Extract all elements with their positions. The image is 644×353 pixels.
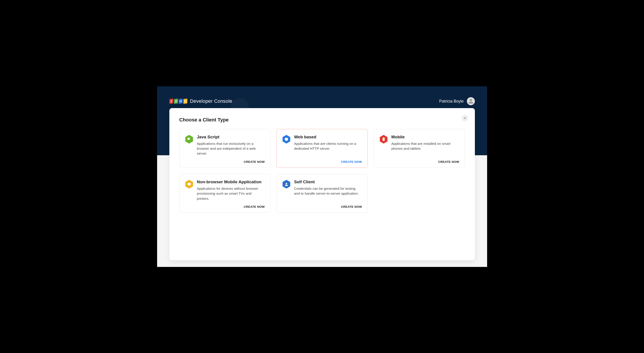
user-area[interactable]: Patricia Boyle <box>439 97 475 105</box>
logo-letter-h: H <box>179 98 183 104</box>
card-title: Mobile <box>392 135 459 139</box>
client-type-panel: Choose a Client Type Java Script Applica… <box>169 108 475 260</box>
client-type-card-javascript[interactable]: Java Script Applications that run exclus… <box>179 129 270 168</box>
person-icon <box>468 98 474 104</box>
card-description: Applications that are clients running on… <box>294 141 362 151</box>
card-title: Java Script <box>197 135 265 139</box>
card-head: Java Script Applications that run exclus… <box>185 135 265 156</box>
card-description: Applications that are installed on smart… <box>392 141 459 151</box>
card-title: Self Client <box>294 180 362 184</box>
logo-letter-o2: O <box>183 98 187 104</box>
card-head: Web based Applications that are clients … <box>282 135 362 151</box>
globe-icon <box>282 135 290 144</box>
user-name: Patricia Boyle <box>439 99 464 104</box>
create-now-button[interactable]: CREATE NOW <box>438 156 459 163</box>
logo-letter-z: Z <box>169 98 173 104</box>
svg-point-5 <box>384 140 384 140</box>
card-description: Applications for devices without browser… <box>197 186 265 201</box>
create-now-button[interactable]: CREATE NOW <box>341 201 362 208</box>
brand: Z O H O Developer Console <box>169 98 232 104</box>
logo: Z O H O <box>169 99 187 104</box>
card-description: Applications that run exclusively on a b… <box>197 141 265 156</box>
logo-letter-o1: O <box>174 98 178 104</box>
client-type-card-mobile[interactable]: Mobile Applications that are installed o… <box>374 129 465 168</box>
tv-icon <box>185 180 194 189</box>
create-now-button[interactable]: CREATE NOW <box>244 156 264 163</box>
client-type-grid: Java Script Applications that run exclus… <box>179 129 465 213</box>
app-title: Developer Console <box>190 98 232 104</box>
card-title: Web based <box>294 135 362 139</box>
panel-title: Choose a Client Type <box>179 117 465 123</box>
card-head: Mobile Applications that are installed o… <box>380 135 459 151</box>
close-button[interactable] <box>462 115 468 121</box>
app-frame: Z O H O Developer Console Patricia Boyle… <box>157 86 487 267</box>
svg-point-9 <box>286 183 287 184</box>
avatar[interactable] <box>467 97 475 105</box>
client-type-card-selfclient[interactable]: Self Client Credentials can be generated… <box>276 174 368 213</box>
client-type-card-nonbrowser[interactable]: Non-browser Mobile Application Applicati… <box>179 174 270 213</box>
card-head: Self Client Credentials can be generated… <box>282 180 362 196</box>
create-now-button[interactable]: CREATE NOW <box>244 201 264 208</box>
card-description: Credentials can be generated for testing… <box>294 186 362 196</box>
puzzle-icon <box>185 135 194 144</box>
close-icon <box>463 117 466 120</box>
card-title: Non-browser Mobile Application <box>197 180 265 184</box>
client-type-card-webbased[interactable]: Web based Applications that are clients … <box>276 129 368 168</box>
create-now-button[interactable]: CREATE NOW <box>341 156 362 163</box>
svg-rect-7 <box>188 183 191 185</box>
top-bar: Z O H O Developer Console Patricia Boyle <box>157 86 487 107</box>
phone-icon <box>380 135 388 144</box>
card-head: Non-browser Mobile Application Applicati… <box>185 180 265 201</box>
person-icon <box>282 180 290 189</box>
